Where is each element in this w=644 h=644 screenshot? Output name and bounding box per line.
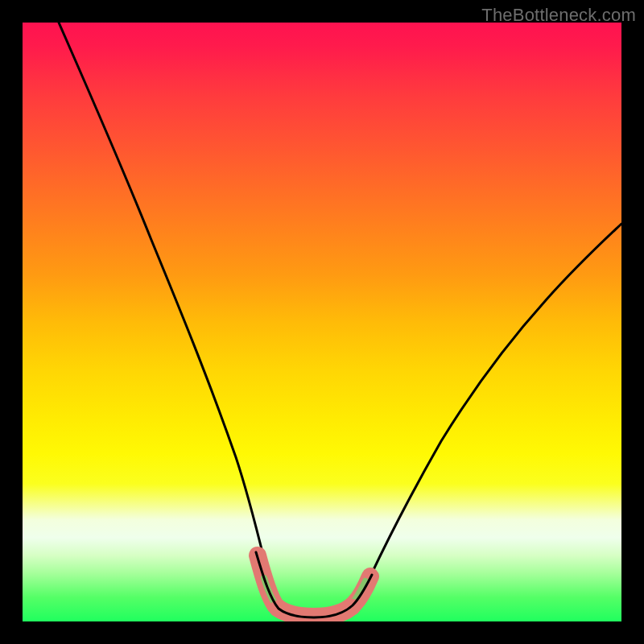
watermark-text: TheBottleneck.com — [481, 5, 636, 26]
curve-path — [59, 23, 621, 616]
bottleneck-curve — [23, 23, 621, 621]
plot-area — [23, 23, 621, 621]
outer-frame: TheBottleneck.com — [0, 0, 644, 644]
